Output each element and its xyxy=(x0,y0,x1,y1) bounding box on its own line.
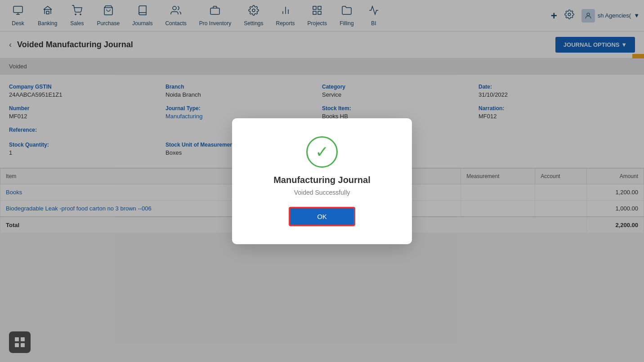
modal-overlay: ✓ Manufacturing Journal Voided Successfu… xyxy=(0,0,644,362)
success-modal: ✓ Manufacturing Journal Voided Successfu… xyxy=(232,118,412,244)
success-check-icon: ✓ xyxy=(306,136,338,168)
modal-subtitle: Voided Successfully xyxy=(294,189,350,196)
modal-ok-button[interactable]: OK xyxy=(289,207,355,226)
modal-title: Manufacturing Journal xyxy=(273,175,371,185)
